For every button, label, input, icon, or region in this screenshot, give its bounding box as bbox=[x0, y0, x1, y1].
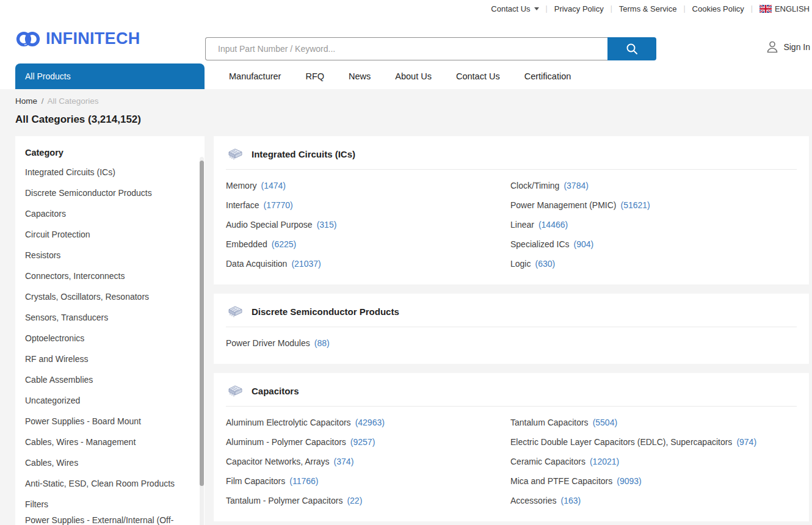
sidebar-item[interactable]: Sensors, Transducers bbox=[25, 307, 195, 328]
category-card-title: Integrated Circuits (ICs) bbox=[252, 149, 355, 159]
language-selector[interactable]: ENGLISH bbox=[759, 4, 810, 13]
sidebar-category-list: Integrated Circuits (ICs)Discrete Semico… bbox=[25, 162, 195, 525]
subcategory-count: (21037) bbox=[291, 259, 321, 269]
category-card-header: Discrete Semiconductor Products bbox=[226, 305, 797, 318]
subcategory-link[interactable]: Electric Double Layer Capacitors (EDLC),… bbox=[510, 432, 797, 452]
subcategory-link[interactable]: Memory(1474) bbox=[226, 176, 510, 195]
subcategory-link[interactable]: Linear(14466) bbox=[510, 215, 797, 234]
body-row: Category Integrated Circuits (ICs)Discre… bbox=[15, 136, 809, 525]
language-label: ENGLISH bbox=[775, 4, 810, 13]
subcategory-count: (12021) bbox=[590, 457, 619, 466]
topbar-cookies-policy[interactable]: Cookies Policy bbox=[692, 4, 744, 13]
divider bbox=[226, 406, 797, 407]
subcategory-link[interactable]: Aluminum - Polymer Capacitors(9257) bbox=[226, 432, 510, 452]
subcategory-label: Audio Special Purpose bbox=[226, 220, 313, 230]
all-products-button[interactable]: All Products bbox=[15, 63, 205, 89]
sidebar-item[interactable]: Power Supplies - Board Mount bbox=[25, 411, 195, 432]
topbar-contact-us[interactable]: Contact Us bbox=[491, 4, 538, 13]
subcategory-label: Clock/Timing bbox=[510, 181, 559, 190]
subcategory-count: (1474) bbox=[261, 181, 286, 190]
topbar-terms-service[interactable]: Terms & Service bbox=[619, 4, 677, 13]
subcategory-label: Linear bbox=[510, 220, 534, 230]
category-card-header: Integrated Circuits (ICs) bbox=[226, 147, 797, 161]
subcategory-count: (51621) bbox=[621, 200, 650, 210]
subcategory-link[interactable]: Tantalum - Polymer Capacitors(22) bbox=[226, 491, 510, 510]
breadcrumb-home[interactable]: Home bbox=[15, 96, 37, 106]
brand-logo[interactable]: INFINITECH bbox=[15, 29, 140, 48]
sidebar-item[interactable]: Resistors bbox=[25, 245, 195, 266]
brand-name: INFINITECH bbox=[46, 29, 140, 48]
nav-contact-us[interactable]: Contact Us bbox=[456, 71, 500, 81]
nav-rfq[interactable]: RFQ bbox=[305, 71, 324, 81]
category-cards: Integrated Circuits (ICs)Memory(1474)Int… bbox=[214, 136, 809, 521]
subcategory-link[interactable]: Film Capacitors(11766) bbox=[226, 471, 510, 491]
search-button[interactable] bbox=[607, 37, 656, 60]
subcategory-count: (9257) bbox=[350, 437, 375, 447]
subcategory-label: Film Capacitors bbox=[226, 476, 285, 486]
sidebar-item[interactable]: Optoelectronics bbox=[25, 328, 195, 349]
subcategory-link[interactable]: Capacitor Networks, Arrays(374) bbox=[226, 452, 510, 471]
sidebar-item[interactable]: Discrete Semiconductor Products bbox=[25, 183, 195, 203]
subcategory-link[interactable]: Ceramic Capacitors(12021) bbox=[510, 452, 797, 471]
subcategory-label: Data Acquisition bbox=[226, 259, 287, 269]
subcategory-link[interactable]: Data Acquisition(21037) bbox=[226, 254, 510, 273]
sidebar-item[interactable]: Crystals, Oscillators, Resonators bbox=[25, 286, 195, 307]
subcategory-link[interactable]: Embedded(6225) bbox=[226, 234, 510, 254]
topbar: Contact Us | Privacy Policy | Terms & Se… bbox=[0, 0, 812, 15]
category-card: CapacitorsAluminum Electrolytic Capacito… bbox=[214, 373, 809, 521]
nav-manufacturer[interactable]: Manufacturer bbox=[229, 71, 281, 81]
breadcrumb-current: All Categories bbox=[48, 96, 99, 106]
sidebar-item[interactable]: Circuit Protection bbox=[25, 224, 195, 245]
subcategory-label: Power Driver Modules bbox=[226, 338, 310, 348]
subcategory-count: (315) bbox=[317, 220, 337, 230]
search-input[interactable] bbox=[205, 37, 607, 60]
subcategory-link[interactable]: Specialized ICs(904) bbox=[510, 234, 797, 254]
sidebar-item[interactable]: Anti-Static, ESD, Clean Room Products bbox=[25, 473, 195, 494]
subcategory-link[interactable]: Power Management (PMIC)(51621) bbox=[510, 195, 797, 215]
subcategory-column-left: Aluminum Electrolytic Capacitors(42963)A… bbox=[226, 413, 510, 510]
category-card-header: Capacitors bbox=[226, 384, 797, 397]
divider: | bbox=[751, 4, 753, 13]
sidebar-scrollbar-thumb[interactable] bbox=[200, 161, 204, 486]
category-card: Discrete Semiconductor ProductsPower Dri… bbox=[214, 294, 809, 364]
subcategory-label: Accessories bbox=[510, 496, 556, 505]
divider: | bbox=[683, 4, 685, 13]
sidebar-item[interactable]: Cables, Wires - Management bbox=[25, 432, 195, 452]
nav-news[interactable]: News bbox=[349, 71, 371, 81]
subcategory-columns: Power Driver Modules(88) bbox=[226, 333, 797, 353]
sidebar-item[interactable]: RF and Wireless bbox=[25, 349, 195, 369]
nav-certification[interactable]: Certification bbox=[524, 71, 571, 81]
subcategory-count: (374) bbox=[334, 457, 354, 466]
subcategory-link[interactable]: Logic(630) bbox=[510, 254, 797, 273]
subcategory-link[interactable]: Mica and PTFE Capacitors(9093) bbox=[510, 471, 797, 491]
topbar-privacy-policy[interactable]: Privacy Policy bbox=[554, 4, 604, 13]
subcategory-link[interactable]: Accessories(163) bbox=[510, 491, 797, 510]
sidebar-item[interactable]: Uncategorized bbox=[25, 390, 195, 411]
subcategory-link[interactable]: Clock/Timing(3784) bbox=[510, 176, 797, 195]
subcategory-label: Aluminum Electrolytic Capacitors bbox=[226, 418, 351, 427]
sidebar-item[interactable]: Filters bbox=[25, 494, 195, 515]
subcategory-label: Electric Double Layer Capacitors (EDLC),… bbox=[510, 437, 732, 447]
sign-in-button[interactable]: Sign In bbox=[766, 40, 810, 54]
divider bbox=[226, 327, 797, 327]
subcategory-link[interactable]: Interface(17770) bbox=[226, 195, 510, 215]
subcategory-column-left: Power Driver Modules(88) bbox=[226, 333, 510, 353]
main-nav: All Products Manufacturer RFQ News About… bbox=[0, 63, 812, 89]
subcategory-link[interactable]: Tantalum Capacitors(5504) bbox=[510, 413, 797, 432]
subcategory-link[interactable]: Power Driver Modules(88) bbox=[226, 333, 510, 353]
sidebar-item[interactable]: Capacitors bbox=[25, 203, 195, 224]
sidebar-item[interactable]: Power Supplies - External/Internal (Off-… bbox=[25, 515, 195, 525]
subcategory-count: (22) bbox=[347, 496, 362, 505]
sidebar-item[interactable]: Integrated Circuits (ICs) bbox=[25, 162, 195, 183]
subcategory-columns: Aluminum Electrolytic Capacitors(42963)A… bbox=[226, 413, 797, 510]
subcategory-link[interactable]: Aluminum Electrolytic Capacitors(42963) bbox=[226, 413, 510, 432]
sidebar-item[interactable]: Connectors, Interconnects bbox=[25, 266, 195, 286]
subcategory-count: (3784) bbox=[564, 181, 588, 190]
sidebar-item[interactable]: Cable Assemblies bbox=[25, 369, 195, 390]
subcategory-link[interactable]: Audio Special Purpose(315) bbox=[226, 215, 510, 234]
subcategory-label: Specialized ICs bbox=[510, 239, 570, 249]
uk-flag-icon bbox=[759, 5, 772, 13]
subcategory-column-right: Tantalum Capacitors(5504)Electric Double… bbox=[510, 413, 797, 510]
nav-about-us[interactable]: About Us bbox=[395, 71, 432, 81]
sidebar-item[interactable]: Cables, Wires bbox=[25, 452, 195, 473]
